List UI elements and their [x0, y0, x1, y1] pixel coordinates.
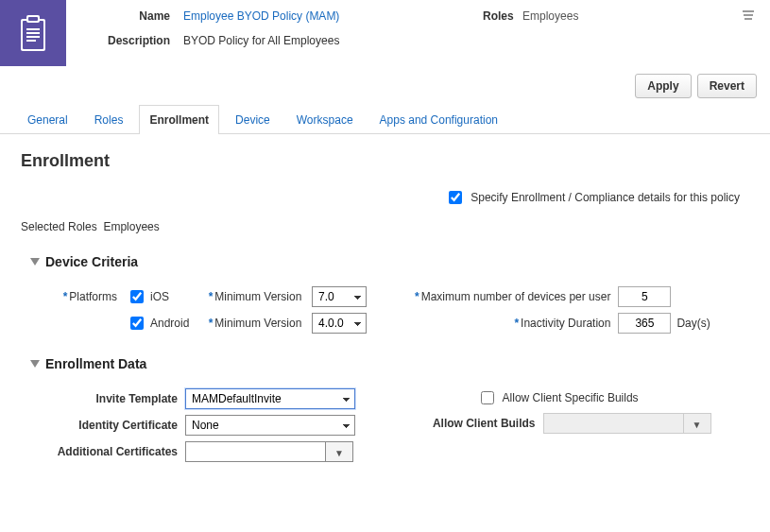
additional-certs-input[interactable] — [185, 441, 325, 462]
svg-rect-10 — [744, 18, 752, 20]
additional-certs-dropdown-button[interactable] — [325, 441, 353, 462]
svg-rect-6 — [26, 36, 40, 38]
svg-rect-3 — [28, 17, 38, 21]
overflow-menu-icon[interactable] — [742, 9, 755, 23]
android-minver-select[interactable]: 4.0.0 — [312, 313, 367, 334]
apply-button[interactable]: Apply — [635, 74, 691, 98]
android-label: Android — [150, 317, 189, 330]
max-devices-label: *Maximum number of devices per user — [410, 290, 618, 303]
tab-device[interactable]: Device — [225, 105, 281, 134]
allow-client-specific-label: Allow Client Specific Builds — [497, 391, 639, 404]
collapse-icon — [30, 360, 40, 368]
tab-roles[interactable]: Roles — [84, 105, 134, 134]
max-devices-input[interactable] — [618, 286, 671, 307]
ios-minver-select[interactable]: 7.0 — [312, 286, 367, 307]
svg-rect-5 — [26, 32, 40, 34]
collapse-icon — [30, 258, 40, 266]
specify-checkbox[interactable] — [449, 191, 462, 204]
inactivity-label: *Inactivity Duration — [410, 317, 618, 330]
selected-roles-row: Selected Roles Employees — [21, 220, 749, 233]
page-header: Name Employee BYOD Policy (MAM) Descript… — [0, 0, 770, 66]
specify-label: Specify Enrollment / Compliance details … — [471, 191, 740, 204]
inactivity-input[interactable] — [618, 313, 671, 334]
additional-certs-label: Additional Certificates — [43, 445, 185, 458]
platforms-label: *Platforms — [43, 290, 117, 303]
allow-client-builds-combo — [543, 413, 711, 434]
selected-roles-value: Employees — [103, 220, 159, 233]
svg-rect-1 — [23, 21, 43, 49]
name-value[interactable]: Employee BYOD Policy (MAM) — [170, 9, 339, 23]
android-minver-label: *Minimum Version — [198, 317, 312, 330]
android-checkbox[interactable] — [130, 317, 144, 330]
tab-general[interactable]: General — [17, 105, 78, 134]
allow-client-builds-dropdown-button — [683, 413, 711, 434]
svg-rect-7 — [26, 40, 36, 42]
allow-client-specific-checkbox[interactable] — [481, 391, 494, 404]
page-title: Enrollment — [21, 151, 749, 171]
svg-rect-4 — [26, 28, 40, 30]
identity-cert-select[interactable]: None — [185, 415, 355, 436]
ios-minver-label: *Minimum Version — [198, 290, 312, 303]
roles-label: Roles — [483, 9, 514, 23]
svg-rect-8 — [743, 10, 754, 12]
tab-enrollment[interactable]: Enrollment — [139, 105, 219, 134]
invite-template-select[interactable]: MAMDefaultInvite — [185, 388, 355, 409]
ios-label: iOS — [150, 290, 169, 303]
content-area: Enrollment Specify Enrollment / Complian… — [0, 134, 770, 496]
description-value: BYOD Policy for All Employees — [170, 34, 339, 47]
additional-certs-combo[interactable] — [185, 441, 353, 462]
allow-client-builds-label: Allow Client Builds — [420, 417, 543, 430]
revert-button[interactable]: Revert — [697, 74, 757, 98]
device-criteria-heading[interactable]: Device Criteria — [30, 254, 749, 269]
policy-icon — [0, 0, 66, 66]
svg-rect-9 — [744, 14, 753, 16]
enrollment-data-heading[interactable]: Enrollment Data — [30, 356, 749, 371]
tab-bar: General Roles Enrollment Device Workspac… — [0, 104, 770, 134]
ios-checkbox[interactable] — [130, 290, 144, 303]
action-bar: Apply Revert — [0, 66, 770, 104]
tab-apps[interactable]: Apps and Configuration — [369, 105, 508, 134]
selected-roles-label: Selected Roles — [21, 220, 97, 233]
description-label: Description — [85, 34, 170, 47]
identity-cert-label: Identity Certificate — [43, 419, 185, 432]
roles-value: Employees — [517, 9, 578, 23]
invite-template-label: Invite Template — [43, 392, 185, 405]
name-label: Name — [85, 9, 170, 23]
inactivity-unit: Day(s) — [671, 317, 710, 330]
tab-workspace[interactable]: Workspace — [286, 105, 364, 134]
allow-client-builds-input — [543, 413, 683, 434]
